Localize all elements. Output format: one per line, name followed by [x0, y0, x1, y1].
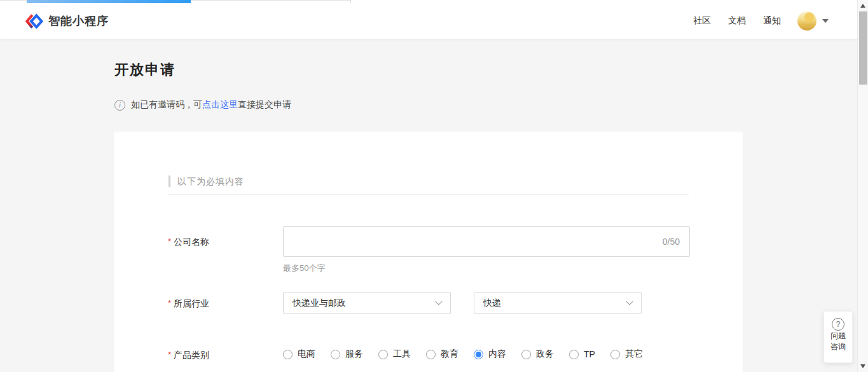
- page-title: 开放申请: [114, 60, 176, 79]
- product-category-label: *产品类别: [168, 350, 209, 361]
- radio-label: 服务: [345, 348, 363, 360]
- radio-icon[interactable]: [610, 350, 620, 359]
- industry-secondary-select[interactable]: 快递: [474, 292, 642, 314]
- radio-label: 工具: [393, 348, 411, 360]
- question-mark-icon: ?: [832, 318, 844, 331]
- radio-icon[interactable]: [521, 350, 531, 359]
- avatar[interactable]: [797, 11, 816, 31]
- section-title: 以下为必填内容: [177, 176, 244, 188]
- company-name-input[interactable]: [283, 226, 690, 257]
- app-logo[interactable]: 智能小程序: [25, 13, 109, 30]
- app-logo-icon: [25, 13, 43, 30]
- company-name-field-wrap: 0/50: [283, 226, 690, 257]
- help-widget-line2: 咨询: [830, 341, 846, 352]
- invite-code-notice: i 如已有邀请码，可 点击这里 直接提交申请: [114, 99, 291, 111]
- nav-community[interactable]: 社区: [693, 15, 711, 27]
- vertical-scrollbar[interactable]: [857, 0, 868, 372]
- chevron-down-icon: [435, 298, 442, 305]
- info-icon: i: [114, 100, 125, 111]
- loading-progress-bar: [27, 0, 191, 3]
- company-name-hint: 最多50个字: [283, 263, 325, 274]
- chevron-down-icon: [822, 19, 829, 23]
- nav-notifications[interactable]: 通知: [763, 15, 781, 27]
- radio-label: 教育: [441, 348, 458, 360]
- help-widget-line1: 问题: [830, 331, 846, 341]
- scroll-down-arrow-icon[interactable]: [860, 364, 865, 368]
- user-menu[interactable]: [797, 11, 829, 31]
- chevron-down-icon: [626, 298, 633, 305]
- industry-primary-value: 快递业与邮政: [293, 298, 346, 309]
- product-category-options: 电商 服务 工具 教育 内容 政务 TP 其它: [283, 348, 658, 360]
- radio-icon[interactable]: [331, 350, 340, 359]
- scroll-up-arrow-icon[interactable]: [860, 4, 865, 8]
- required-mark: *: [168, 237, 171, 246]
- section-marker-bar: [169, 176, 170, 187]
- radio-option-government[interactable]: 政务: [521, 348, 554, 360]
- required-mark: *: [168, 350, 171, 359]
- radio-option-tp[interactable]: TP: [569, 349, 595, 359]
- industry-primary-select[interactable]: 快递业与邮政: [283, 292, 451, 314]
- radio-option-content[interactable]: 内容: [474, 348, 506, 360]
- radio-option-ecommerce[interactable]: 电商: [283, 348, 315, 360]
- help-consult-widget[interactable]: ? 问题 咨询: [823, 311, 853, 363]
- radio-label: 其它: [625, 348, 643, 360]
- industry-secondary-value: 快递: [483, 298, 501, 309]
- radio-icon[interactable]: [378, 350, 388, 359]
- app-logo-text: 智能小程序: [48, 13, 109, 29]
- top-edge-line: [350, 0, 351, 3]
- screen: 智能小程序 社区 文档 通知 开放申请 i 如已有邀请码，可 点击这里 直接提交…: [0, 0, 868, 372]
- header-nav: 社区 文档 通知: [676, 11, 829, 31]
- radio-icon[interactable]: [283, 350, 293, 359]
- product-category-label-text: 产品类别: [174, 350, 209, 360]
- radio-label: 政务: [536, 348, 554, 360]
- notice-prefix: 如已有邀请码，可: [131, 99, 202, 111]
- radio-option-education[interactable]: 教育: [426, 348, 458, 360]
- radio-option-tools[interactable]: 工具: [378, 348, 411, 360]
- required-mark: *: [168, 298, 171, 308]
- nav-docs[interactable]: 文档: [728, 15, 746, 27]
- radio-icon[interactable]: [569, 350, 579, 359]
- scrollbar-thumb[interactable]: [859, 11, 867, 85]
- industry-label: *所属行业: [168, 298, 209, 310]
- radio-label: TP: [584, 349, 595, 359]
- radio-option-other[interactable]: 其它: [610, 348, 643, 360]
- top-header: 智能小程序 社区 文档 通知: [0, 3, 868, 39]
- section-divider: [168, 194, 689, 195]
- radio-option-service[interactable]: 服务: [331, 348, 363, 360]
- radio-icon[interactable]: [426, 350, 436, 359]
- industry-label-text: 所属行业: [174, 298, 209, 308]
- click-here-link[interactable]: 点击这里: [202, 99, 238, 111]
- radio-label: 电商: [298, 348, 315, 360]
- radio-label: 内容: [488, 348, 506, 360]
- company-name-label-text: 公司名称: [174, 237, 209, 247]
- company-name-label: *公司名称: [168, 237, 209, 248]
- top-loading-strip: [0, 0, 868, 3]
- notice-suffix: 直接提交申请: [238, 99, 291, 111]
- radio-icon[interactable]: [474, 350, 483, 359]
